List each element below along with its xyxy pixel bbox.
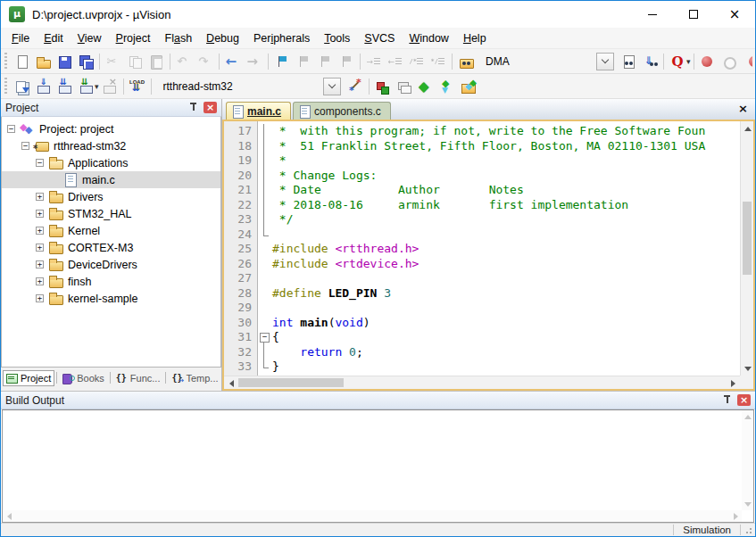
build-button[interactable] — [32, 77, 54, 96]
code-line[interactable]: 18 * 51 Franklin Street, Fifth Floor, Bo… — [224, 139, 740, 154]
undo-button[interactable] — [173, 52, 195, 71]
minimize-button[interactable] — [632, 1, 673, 28]
dropdown-arrow-icon[interactable]: ▾ — [95, 77, 99, 96]
download-button[interactable] — [127, 77, 148, 96]
code-line[interactable]: 19 * — [224, 153, 740, 169]
scroll-right-icon[interactable] — [727, 376, 740, 390]
batch-build-button[interactable] — [75, 77, 96, 96]
panel-tab-project[interactable]: Project — [3, 370, 54, 386]
editor-tab-components-c[interactable]: components.c — [293, 102, 391, 120]
pin-icon[interactable] — [187, 102, 200, 113]
menu-edit[interactable]: Edit — [37, 29, 71, 47]
tree-item-devicedrivers[interactable]: +DeviceDrivers — [2, 256, 220, 273]
code-line[interactable]: 28#define LED_PIN 3 — [224, 286, 740, 302]
dropdown-arrow-icon[interactable]: ▾ — [686, 52, 691, 71]
clear-bookmarks-button[interactable] — [336, 52, 357, 71]
menu-view[interactable]: View — [71, 29, 109, 47]
expand-icon[interactable]: + — [36, 260, 44, 268]
tree-item-project-project[interactable]: −Project: project — [2, 120, 220, 137]
fold-marker-icon[interactable] — [258, 330, 270, 345]
collapse-icon[interactable]: − — [7, 125, 15, 133]
code-line[interactable]: 20 * Change Logs: — [224, 169, 740, 184]
scroll-up-icon[interactable] — [741, 121, 754, 135]
code-line[interactable]: 31{ — [224, 330, 740, 345]
chevron-down-icon[interactable] — [323, 78, 341, 95]
tree-item-main-c[interactable]: main.c — [2, 171, 220, 188]
vertical-scroll-thumb[interactable] — [743, 202, 752, 275]
code-line[interactable]: 30int main(void) — [224, 316, 740, 331]
open-file-button[interactable] — [32, 52, 54, 71]
panel-tab-books[interactable]: Books — [59, 370, 108, 386]
comment-button[interactable] — [406, 52, 428, 71]
outdent-button[interactable] — [385, 52, 406, 71]
toolbar-grip[interactable] — [4, 53, 7, 70]
new-file-button[interactable] — [11, 52, 32, 71]
project-panel-close-button[interactable] — [204, 102, 217, 113]
options-for-target-button[interactable] — [345, 77, 366, 96]
target-combobox[interactable]: rtthread-stm32 — [158, 77, 341, 96]
manage-books-button[interactable] — [458, 77, 479, 96]
expand-icon[interactable]: + — [36, 244, 44, 252]
copy-button[interactable] — [124, 52, 145, 71]
code-line[interactable]: 27 — [224, 271, 740, 286]
tree-item-stm32-hal[interactable]: +STM32_HAL — [2, 205, 220, 222]
build-output-vertical-scrollbar[interactable] — [742, 410, 753, 510]
select-packs-button[interactable] — [436, 77, 458, 96]
code-line[interactable]: 17 * with this program; if not, write to… — [224, 124, 740, 139]
kill-breakpoints-button[interactable] — [740, 52, 755, 71]
menu-tools[interactable]: Tools — [317, 29, 357, 47]
expand-icon[interactable]: + — [36, 210, 44, 218]
rebuild-button[interactable] — [54, 77, 75, 96]
code-line[interactable]: 24 — [224, 227, 740, 243]
editor-vertical-scrollbar[interactable] — [740, 121, 753, 376]
save-all-button[interactable] — [75, 52, 96, 71]
insert-bookmark-button[interactable] — [271, 52, 293, 71]
navigate-forward-button[interactable] — [244, 52, 265, 71]
tree-item-applications[interactable]: −Applications — [2, 154, 220, 171]
expand-icon[interactable]: + — [36, 227, 44, 235]
navigate-back-button[interactable] — [222, 52, 244, 71]
incremental-find-button[interactable] — [639, 52, 660, 71]
paste-button[interactable] — [145, 52, 167, 71]
code-line[interactable]: 23 */ — [224, 212, 740, 227]
scroll-down-icon[interactable] — [741, 362, 754, 376]
redo-button[interactable] — [195, 52, 216, 71]
tree-item-cortex-m3[interactable]: +CORTEX-M3 — [2, 239, 220, 256]
collapse-icon[interactable]: − — [21, 142, 29, 150]
stop-build-button[interactable] — [99, 77, 120, 96]
chevron-down-icon[interactable] — [596, 53, 614, 70]
horizontal-scroll-thumb[interactable] — [238, 378, 344, 387]
pin-icon[interactable] — [721, 394, 734, 406]
panel-tab-func[interactable]: Func... — [112, 370, 164, 386]
maximize-button[interactable] — [673, 1, 714, 28]
cut-button[interactable] — [103, 52, 124, 71]
insert-breakpoint-button[interactable] — [697, 52, 719, 71]
disable-breakpoint-button[interactable] — [719, 52, 740, 71]
build-output-content[interactable] — [2, 409, 754, 523]
quick-find-button[interactable] — [667, 52, 688, 71]
code-editor[interactable]: 17 * with this program; if not, write to… — [224, 121, 740, 376]
scroll-left-icon[interactable] — [3, 510, 14, 522]
tree-item-rtthread-stm32[interactable]: −rtthread-stm32 — [2, 137, 220, 154]
code-line[interactable]: 25#include <rtthread.h> — [224, 242, 740, 257]
toolbar-grip[interactable] — [4, 78, 7, 95]
scroll-up-icon[interactable] — [742, 410, 753, 422]
find-button[interactable] — [618, 52, 639, 71]
menu-project[interactable]: Project — [109, 29, 158, 47]
editor-horizontal-scrollbar[interactable] — [224, 376, 740, 389]
code-line[interactable]: 21 * Date Author Notes — [224, 183, 740, 198]
expand-icon[interactable]: + — [36, 294, 44, 302]
resize-grip[interactable] — [741, 524, 753, 536]
tree-item-finsh[interactable]: +finsh — [2, 273, 220, 290]
run-time-environment-button[interactable] — [415, 77, 436, 96]
menu-flash[interactable]: Flash — [158, 29, 200, 47]
find-in-files-button[interactable] — [455, 52, 477, 71]
scroll-left-icon[interactable] — [224, 376, 237, 390]
code-line[interactable]: 29 — [224, 301, 740, 316]
menu-debug[interactable]: Debug — [199, 29, 246, 47]
expand-icon[interactable]: + — [36, 277, 44, 285]
build-output-horizontal-scrollbar[interactable] — [3, 510, 742, 522]
close-editor-icon[interactable]: × — [738, 103, 748, 114]
build-output-close-button[interactable] — [737, 394, 751, 406]
expand-icon[interactable]: + — [36, 193, 44, 201]
